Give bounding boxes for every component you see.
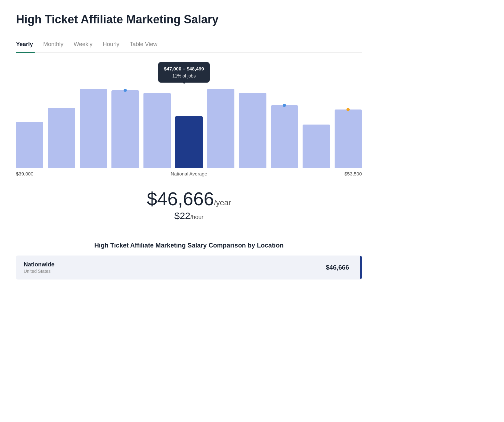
page-title: High Ticket Affiliate Marketing Salary xyxy=(16,13,362,26)
dot-orange-11 xyxy=(346,108,350,111)
label-min: $39,000 xyxy=(16,171,42,176)
bar-wrap-6[interactable] xyxy=(175,116,202,168)
tabs-container: Yearly Monthly Weekly Hourly Table View xyxy=(16,38,362,53)
bar1[interactable] xyxy=(16,122,43,168)
comparison-title: High Ticket Affiliate Marketing Salary C… xyxy=(16,242,362,249)
bar-wrap-11[interactable] xyxy=(335,110,362,168)
bar8[interactable] xyxy=(239,93,266,168)
bar10[interactable] xyxy=(303,125,330,168)
bar-wrap-8[interactable] xyxy=(239,93,266,168)
salary-hourly-unit: /hour xyxy=(191,214,204,220)
salary-yearly-amount: $46,666 xyxy=(147,188,214,209)
salary-yearly: $46,666/year xyxy=(16,189,362,209)
bar11[interactable] xyxy=(335,110,362,168)
label-center: National Average xyxy=(42,171,336,176)
comparison-row-info: Nationwide United States xyxy=(24,261,326,274)
bar-wrap-1[interactable] xyxy=(16,122,43,168)
tab-table-view[interactable]: Table View xyxy=(127,38,165,52)
salary-display: $46,666/year $22/hour xyxy=(16,189,362,223)
bar4[interactable] xyxy=(111,90,139,168)
bar6[interactable] xyxy=(175,116,202,168)
tab-hourly[interactable]: Hourly xyxy=(100,38,127,52)
salary-yearly-unit: /year xyxy=(214,198,231,207)
bar7[interactable] xyxy=(207,89,234,168)
tab-weekly[interactable]: Weekly xyxy=(71,38,100,52)
bar2[interactable] xyxy=(48,108,75,168)
chart-area: $47,000 – $48,499 11% of jobs $39,000 Na… xyxy=(16,65,362,180)
chart-labels: $39,000 National Average $53,500 xyxy=(16,171,362,176)
bar-wrap-5[interactable] xyxy=(143,93,171,168)
bar-wrap-4[interactable] xyxy=(111,90,139,168)
bar-wrap-9[interactable] xyxy=(271,105,298,168)
comparison-bar-indicator xyxy=(360,256,362,279)
bar9[interactable] xyxy=(271,105,298,168)
salary-hourly: $22/hour xyxy=(16,209,362,223)
bar-wrap-7[interactable] xyxy=(207,89,234,168)
dot-blue-9 xyxy=(283,104,286,107)
tab-monthly[interactable]: Monthly xyxy=(41,38,71,52)
tab-yearly[interactable]: Yearly xyxy=(16,38,41,52)
comparison-sublocation: United States xyxy=(24,269,326,274)
bar-wrap-3[interactable] xyxy=(80,89,107,168)
comparison-salary: $46,666 xyxy=(326,264,349,271)
tooltip-range: $47,000 – $48,499 xyxy=(164,65,204,73)
comparison-location: Nationwide xyxy=(24,261,326,268)
bar-wrap-2[interactable] xyxy=(48,108,75,168)
dot-blue-4 xyxy=(124,89,127,92)
bar5[interactable] xyxy=(143,93,171,168)
bars-container xyxy=(16,78,362,168)
comparison-section: High Ticket Affiliate Marketing Salary C… xyxy=(16,242,362,280)
bar3[interactable] xyxy=(80,89,107,168)
comparison-row: Nationwide United States $46,666 xyxy=(16,256,362,280)
label-max: $53,500 xyxy=(336,171,362,176)
bar-wrap-10[interactable] xyxy=(303,125,330,168)
salary-hourly-amount: $22 xyxy=(174,210,190,221)
